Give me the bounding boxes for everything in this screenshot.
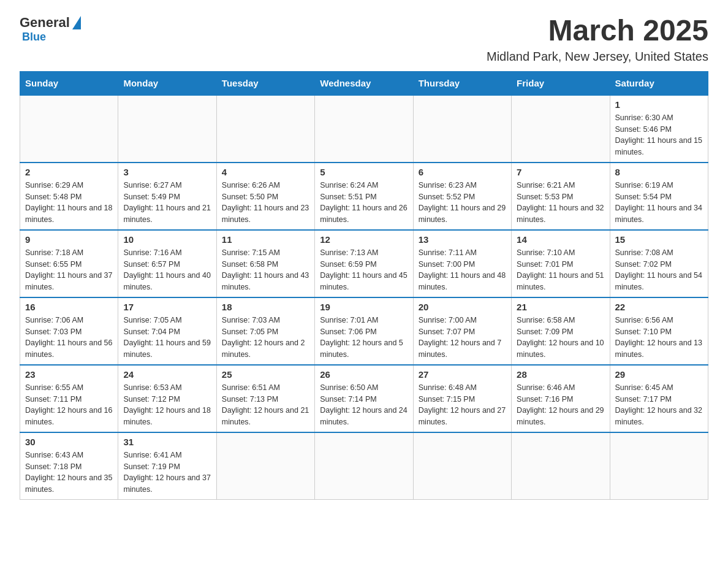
calendar-cell: 20Sunrise: 7:00 AMSunset: 7:07 PMDayligh… [413, 297, 511, 365]
calendar-week-row: 2Sunrise: 6:29 AMSunset: 5:48 PMDaylight… [20, 163, 708, 230]
calendar-cell: 24Sunrise: 6:53 AMSunset: 7:12 PMDayligh… [118, 365, 216, 432]
calendar-header-row: SundayMondayTuesdayWednesdayThursdayFrid… [20, 71, 708, 95]
day-number: 12 [320, 234, 408, 245]
calendar-cell: 9Sunrise: 7:18 AMSunset: 6:55 PMDaylight… [20, 230, 118, 297]
calendar-cell: 21Sunrise: 6:58 AMSunset: 7:09 PMDayligh… [512, 297, 610, 365]
calendar-cell [20, 95, 118, 163]
calendar-cell: 5Sunrise: 6:24 AMSunset: 5:51 PMDaylight… [315, 163, 413, 230]
day-info: Sunrise: 6:58 AMSunset: 7:09 PMDaylight:… [517, 315, 604, 361]
calendar-cell: 25Sunrise: 6:51 AMSunset: 7:13 PMDayligh… [216, 365, 314, 432]
day-number: 8 [615, 167, 703, 177]
day-number: 18 [222, 302, 309, 312]
day-number: 30 [25, 437, 113, 447]
calendar-cell [512, 432, 610, 500]
day-number: 17 [123, 302, 211, 312]
calendar-cell: 11Sunrise: 7:15 AMSunset: 6:58 PMDayligh… [216, 230, 314, 297]
weekday-header-saturday: Saturday [610, 71, 708, 95]
day-info: Sunrise: 6:43 AMSunset: 7:18 PMDaylight:… [25, 450, 113, 496]
weekday-header-friday: Friday [512, 71, 610, 95]
calendar-cell [216, 432, 314, 500]
day-number: 5 [320, 167, 408, 177]
day-info: Sunrise: 7:15 AMSunset: 6:58 PMDaylight:… [222, 247, 309, 293]
calendar-table: SundayMondayTuesdayWednesdayThursdayFrid… [20, 71, 708, 500]
calendar-cell: 18Sunrise: 7:03 AMSunset: 7:05 PMDayligh… [216, 297, 314, 365]
day-number: 6 [419, 167, 506, 177]
day-info: Sunrise: 7:00 AMSunset: 7:07 PMDaylight:… [419, 315, 506, 361]
day-info: Sunrise: 6:46 AMSunset: 7:16 PMDaylight:… [517, 382, 604, 428]
logo-triangle-icon [72, 16, 81, 29]
logo: General Blue [20, 15, 81, 44]
day-number: 28 [517, 369, 604, 380]
day-number: 16 [25, 302, 113, 312]
day-number: 14 [517, 234, 604, 245]
calendar-cell: 1Sunrise: 6:30 AMSunset: 5:46 PMDaylight… [610, 95, 708, 163]
weekday-header-sunday: Sunday [20, 71, 118, 95]
day-info: Sunrise: 7:16 AMSunset: 6:57 PMDaylight:… [123, 247, 211, 293]
day-number: 27 [419, 369, 506, 380]
day-number: 15 [615, 234, 703, 245]
day-number: 10 [123, 234, 211, 245]
day-info: Sunrise: 6:29 AMSunset: 5:48 PMDaylight:… [25, 180, 113, 226]
day-info: Sunrise: 6:21 AMSunset: 5:53 PMDaylight:… [517, 180, 604, 226]
day-info: Sunrise: 6:30 AMSunset: 5:46 PMDaylight:… [615, 112, 703, 158]
day-info: Sunrise: 7:05 AMSunset: 7:04 PMDaylight:… [123, 315, 211, 361]
day-number: 26 [320, 369, 408, 380]
weekday-header-monday: Monday [118, 71, 216, 95]
calendar-cell [315, 432, 413, 500]
calendar-week-row: 9Sunrise: 7:18 AMSunset: 6:55 PMDaylight… [20, 230, 708, 297]
day-info: Sunrise: 6:50 AMSunset: 7:14 PMDaylight:… [320, 382, 408, 428]
day-number: 24 [123, 369, 211, 380]
calendar-cell: 30Sunrise: 6:43 AMSunset: 7:18 PMDayligh… [20, 432, 118, 500]
day-number: 21 [517, 302, 604, 312]
day-number: 11 [222, 234, 309, 245]
calendar-week-row: 23Sunrise: 6:55 AMSunset: 7:11 PMDayligh… [20, 365, 708, 432]
day-info: Sunrise: 7:03 AMSunset: 7:05 PMDaylight:… [222, 315, 309, 361]
calendar-cell: 6Sunrise: 6:23 AMSunset: 5:52 PMDaylight… [413, 163, 511, 230]
day-number: 9 [25, 234, 113, 245]
calendar-cell: 4Sunrise: 6:26 AMSunset: 5:50 PMDaylight… [216, 163, 314, 230]
day-info: Sunrise: 7:10 AMSunset: 7:01 PMDaylight:… [517, 247, 604, 293]
day-number: 7 [517, 167, 604, 177]
day-number: 4 [222, 167, 309, 177]
day-info: Sunrise: 7:01 AMSunset: 7:06 PMDaylight:… [320, 315, 408, 361]
day-number: 29 [615, 369, 703, 380]
calendar-cell [610, 432, 708, 500]
calendar-cell: 31Sunrise: 6:41 AMSunset: 7:19 PMDayligh… [118, 432, 216, 500]
calendar-week-row: 16Sunrise: 7:06 AMSunset: 7:03 PMDayligh… [20, 297, 708, 365]
day-info: Sunrise: 6:53 AMSunset: 7:12 PMDaylight:… [123, 382, 211, 428]
day-number: 2 [25, 167, 113, 177]
calendar-week-row: 30Sunrise: 6:43 AMSunset: 7:18 PMDayligh… [20, 432, 708, 500]
day-info: Sunrise: 7:18 AMSunset: 6:55 PMDaylight:… [25, 247, 113, 293]
calendar-cell [413, 95, 511, 163]
weekday-header-tuesday: Tuesday [216, 71, 314, 95]
calendar-cell: 15Sunrise: 7:08 AMSunset: 7:02 PMDayligh… [610, 230, 708, 297]
logo-blue-text: Blue [22, 31, 46, 44]
calendar-cell: 12Sunrise: 7:13 AMSunset: 6:59 PMDayligh… [315, 230, 413, 297]
calendar-cell: 29Sunrise: 6:45 AMSunset: 7:17 PMDayligh… [610, 365, 708, 432]
location-title: Midland Park, New Jersey, United States [487, 50, 708, 64]
calendar-cell: 10Sunrise: 7:16 AMSunset: 6:57 PMDayligh… [118, 230, 216, 297]
calendar-cell [315, 95, 413, 163]
calendar-week-row: 1Sunrise: 6:30 AMSunset: 5:46 PMDaylight… [20, 95, 708, 163]
weekday-header-thursday: Thursday [413, 71, 511, 95]
day-info: Sunrise: 7:13 AMSunset: 6:59 PMDaylight:… [320, 247, 408, 293]
calendar-cell: 13Sunrise: 7:11 AMSunset: 7:00 PMDayligh… [413, 230, 511, 297]
calendar-cell [512, 95, 610, 163]
calendar-cell: 17Sunrise: 7:05 AMSunset: 7:04 PMDayligh… [118, 297, 216, 365]
calendar-cell: 27Sunrise: 6:48 AMSunset: 7:15 PMDayligh… [413, 365, 511, 432]
calendar-cell: 26Sunrise: 6:50 AMSunset: 7:14 PMDayligh… [315, 365, 413, 432]
calendar-cell: 3Sunrise: 6:27 AMSunset: 5:49 PMDaylight… [118, 163, 216, 230]
day-info: Sunrise: 6:26 AMSunset: 5:50 PMDaylight:… [222, 180, 309, 226]
calendar-cell: 28Sunrise: 6:46 AMSunset: 7:16 PMDayligh… [512, 365, 610, 432]
calendar-cell: 2Sunrise: 6:29 AMSunset: 5:48 PMDaylight… [20, 163, 118, 230]
day-number: 13 [419, 234, 506, 245]
day-number: 3 [123, 167, 211, 177]
day-info: Sunrise: 6:55 AMSunset: 7:11 PMDaylight:… [25, 382, 113, 428]
calendar-cell [216, 95, 314, 163]
day-info: Sunrise: 6:19 AMSunset: 5:54 PMDaylight:… [615, 180, 703, 226]
logo-general-text: General [20, 15, 70, 31]
day-info: Sunrise: 6:27 AMSunset: 5:49 PMDaylight:… [123, 180, 211, 226]
calendar-cell [118, 95, 216, 163]
day-info: Sunrise: 6:51 AMSunset: 7:13 PMDaylight:… [222, 382, 309, 428]
day-info: Sunrise: 6:24 AMSunset: 5:51 PMDaylight:… [320, 180, 408, 226]
